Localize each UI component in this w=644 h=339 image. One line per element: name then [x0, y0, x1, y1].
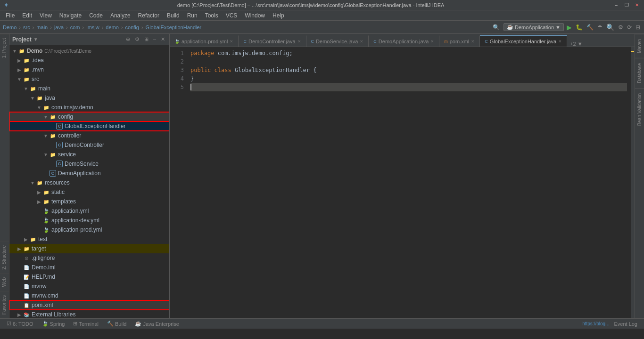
right-tab-database[interactable]: Database [635, 58, 644, 88]
menu-build[interactable]: Build [163, 11, 183, 20]
build-button[interactable]: 🔨 [586, 24, 594, 31]
tree-demo-application[interactable]: ▶ C DemoApplication [9, 169, 169, 178]
bottom-tab-todo[interactable]: ☑ 6: TODO [3, 320, 37, 328]
menu-run[interactable]: Run [183, 11, 201, 20]
menu-navigate[interactable]: Navigate [56, 11, 85, 20]
bottom-tab-build[interactable]: 🔨 Build [103, 320, 130, 328]
tree-static[interactable]: ▶ 📁 static [9, 187, 169, 197]
breadcrumb-demo2[interactable]: demo [106, 24, 119, 30]
minimize-button[interactable]: – [613, 2, 619, 8]
tree-target[interactable]: ▶ 📁 target [9, 244, 169, 253]
collapse-button[interactable]: – [152, 36, 157, 43]
more-tabs-button[interactable]: +2 ▼ [567, 41, 586, 47]
breadcrumb-imsjw[interactable]: imsjw [86, 24, 99, 30]
coverage-button[interactable]: ☂ [597, 24, 603, 31]
run-button[interactable]: ▶ [567, 24, 572, 31]
vcs-update-button[interactable]: ⟳ [627, 24, 632, 31]
tree-application-yml[interactable]: ▶ 🍃 application.yml [9, 206, 169, 216]
bottom-tab-java-enterprise[interactable]: ☕ Java Enterprise [131, 320, 182, 328]
tree-controller[interactable]: ▼ 📁 controller [9, 131, 169, 140]
tree-src[interactable]: ▼ 📁 src [9, 74, 169, 84]
tree-java[interactable]: ▼ 📁 java [9, 93, 169, 103]
tree-demo-service[interactable]: ▶ C DemoService [9, 159, 169, 169]
tab-close-button[interactable]: ✕ [297, 39, 301, 44]
tree-idea[interactable]: ▶ 📁 .idea [9, 56, 169, 65]
tree-pom-xml[interactable]: ▶ 📋 pom.xml [9, 300, 169, 310]
right-tab-maven[interactable]: Maven [635, 34, 644, 58]
locate-file-button[interactable]: ⊕ [124, 36, 132, 43]
tree-main[interactable]: ▼ 📁 main [9, 84, 169, 93]
tree-test[interactable]: ▶ 📁 test [9, 234, 169, 244]
expand-button[interactable]: ⊞ [143, 36, 150, 43]
right-tab-bean-validation[interactable]: Bean Validation [635, 88, 644, 130]
menu-refactor[interactable]: Refactor [134, 11, 163, 20]
menu-help[interactable]: Help [269, 11, 288, 20]
tree-demo-controller[interactable]: ▶ C DemoController [9, 140, 169, 150]
tab-demo-controller[interactable]: C DemoController.java ✕ [239, 35, 306, 47]
tree-help-md[interactable]: ▶ 📝 HELP.md [9, 272, 169, 282]
menu-tools[interactable]: Tools [201, 11, 222, 20]
code-editor[interactable]: 1 2 3 4 5 package com.imsjw.demo.config;… [170, 47, 631, 318]
bottom-tab-spring[interactable]: 🍃 Spring [38, 320, 69, 328]
left-tab-favorites[interactable]: Favorites [0, 291, 9, 318]
menu-window[interactable]: Window [241, 11, 269, 20]
tree-demo-iml[interactable]: ▶ 📄 Demo.iml [9, 263, 169, 272]
java-class-icon: C [56, 122, 63, 130]
tab-pom-xml[interactable]: m pom.xml ✕ [439, 35, 480, 47]
tree-service[interactable]: ▼ 📁 service [9, 150, 169, 159]
tab-close-button[interactable]: ✕ [360, 39, 363, 44]
event-log-button[interactable]: Event Log [610, 320, 641, 328]
tab-global-exception-handler[interactable]: C GlobalExceptionHandler.java ✕ [480, 35, 567, 47]
settings-button[interactable]: ⚙ [618, 24, 623, 31]
tree-templates[interactable]: ▶ 📁 templates [9, 197, 169, 206]
breadcrumb-java[interactable]: java [54, 24, 64, 30]
tree-gitignore[interactable]: ▶ ⊙ .gitignore [9, 253, 169, 263]
menu-analyze[interactable]: Analyze [107, 11, 134, 20]
search-everywhere-icon[interactable]: 🔍 [493, 24, 500, 31]
tree-mvn[interactable]: ▶ 📁 .mvn [9, 65, 169, 74]
tree-config[interactable]: ▼ 📁 config [9, 112, 169, 121]
bottom-tab-terminal[interactable]: ⊞ Terminal [69, 320, 102, 328]
tree-application-dev-yml[interactable]: ▶ 🍃 application-dev.yml [9, 216, 169, 225]
tree-global-exception-handler[interactable]: ▶ C GlobalExceptionHandler [9, 121, 169, 131]
breadcrumb-class[interactable]: GlobalExceptionHandler [146, 24, 202, 30]
tree-com-imsjw-demo[interactable]: ▼ 📁 com.imsjw.demo [9, 103, 169, 112]
tab-close-button[interactable]: ✕ [558, 39, 562, 44]
tree-mvnw[interactable]: ▶ 📄 mvnw [9, 282, 169, 291]
menu-view[interactable]: View [36, 11, 56, 20]
code-content[interactable]: package com.imsjw.demo.config; public cl… [187, 49, 631, 316]
breadcrumb-config[interactable]: config [125, 24, 139, 30]
debug-button[interactable]: 🐛 [576, 24, 583, 31]
tree-root-demo[interactable]: ▼ 📁 Demo C:\Procject\Test\Demo [9, 46, 169, 56]
left-tab-structure[interactable]: 2: Structure [0, 241, 9, 274]
layout-button[interactable]: ⊟ [636, 24, 640, 31]
hide-button[interactable]: ✕ [159, 36, 166, 43]
menu-code[interactable]: Code [85, 11, 107, 20]
left-tab-web[interactable]: Web [0, 273, 9, 291]
menu-file[interactable]: File [2, 11, 18, 20]
tab-demo-service[interactable]: C DemoService.java ✕ [306, 35, 369, 47]
maximize-button[interactable]: ❐ [623, 2, 630, 8]
search-button[interactable]: 🔍 [606, 24, 614, 31]
tab-application-prod-yml[interactable]: 🍃 application-prod.yml ✕ [170, 35, 239, 47]
tab-close-button[interactable]: ✕ [471, 39, 475, 44]
menu-vcs[interactable]: VCS [222, 11, 241, 20]
breadcrumb-src[interactable]: src [23, 24, 30, 30]
tree-mvnw-cmd[interactable]: ▶ 📄 mvnw.cmd [9, 291, 169, 300]
breadcrumb-demo[interactable]: Demo [3, 24, 17, 30]
breadcrumb-main[interactable]: main [36, 24, 48, 30]
tab-close-button[interactable]: ✕ [230, 39, 233, 44]
java-class-icon: C [56, 160, 63, 168]
tab-close-button[interactable]: ✕ [430, 39, 434, 44]
tab-demo-application[interactable]: C DemoApplication.java ✕ [369, 35, 439, 47]
menu-edit[interactable]: Edit [18, 11, 36, 20]
left-tab-project[interactable]: 1: Project [0, 34, 9, 62]
tree-external-libraries[interactable]: ▶ 📚 External Libraries [9, 310, 169, 318]
run-config-button[interactable]: ☕ DemoApplication ▼ [504, 23, 564, 31]
tree-application-prod-yml[interactable]: ▶ 🍃 application-prod.yml [9, 225, 169, 234]
close-button[interactable]: ✕ [634, 2, 640, 8]
settings-panel-button[interactable]: ⚙ [133, 36, 141, 43]
panel-dropdown-icon[interactable]: ▼ [33, 37, 38, 42]
tree-resources[interactable]: ▼ 📁 resources [9, 178, 169, 187]
breadcrumb-com[interactable]: com [70, 24, 80, 30]
